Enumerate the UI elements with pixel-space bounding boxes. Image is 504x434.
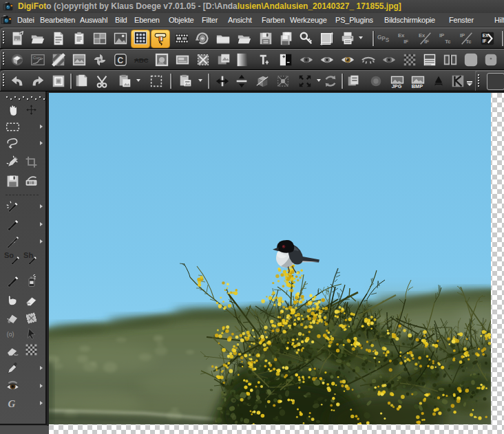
svg-text:Tc: Tc (445, 39, 451, 45)
svg-text:G: G (8, 398, 16, 409)
svg-text:(o): (o) (7, 331, 14, 338)
svg-text:IP: IP (439, 32, 444, 39)
svg-text:Tc: Tc (465, 39, 472, 45)
svg-text:IP: IP (460, 32, 465, 39)
svg-text:IF: IF (403, 39, 408, 45)
svg-text:Ex: Ex (419, 32, 426, 39)
svg-text:JPG: JPG (392, 83, 402, 89)
svg-text:GPS: GPS (377, 34, 390, 43)
svg-text:EX: EX (483, 33, 489, 38)
svg-text:IF: IF (483, 39, 487, 43)
svg-text:C: C (117, 56, 123, 65)
svg-text:BMP: BMP (412, 83, 423, 89)
svg-text:Ex: Ex (398, 32, 405, 39)
